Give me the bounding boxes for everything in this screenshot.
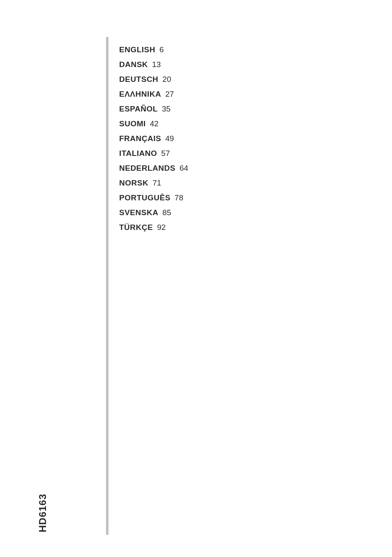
language-name: FRANÇAIS: [119, 134, 161, 143]
page-number: 27: [165, 90, 174, 99]
list-item: SUOMI 42: [119, 119, 188, 128]
page-number: 42: [150, 119, 159, 128]
list-item: FRANÇAIS 49: [119, 134, 188, 143]
language-name: SVENSKA: [119, 208, 158, 217]
page-number: 85: [162, 208, 171, 217]
page-number: 64: [180, 164, 188, 173]
list-item: SVENSKA 85: [119, 208, 188, 217]
page-number: 49: [165, 134, 174, 143]
language-name: NEDERLANDS: [119, 164, 175, 173]
language-list: ENGLISH 6 DANSK 13 DEUTSCH 20 ΕΛΛΗΝΙΚΑ 2…: [119, 45, 188, 238]
list-item: ΕΛΛΗΝΙΚΑ 27: [119, 90, 188, 99]
language-name: SUOMI: [119, 119, 146, 128]
language-name: NORSK: [119, 179, 148, 188]
list-item: NEDERLANDS 64: [119, 164, 188, 173]
language-name: ΕΛΛΗΝΙΚΑ: [119, 90, 161, 99]
vertical-divider: [106, 37, 108, 535]
list-item: ENGLISH 6: [119, 45, 188, 54]
language-name: ENGLISH: [119, 45, 155, 54]
language-name: PORTUGUÊS: [119, 193, 171, 202]
list-item: ESPAÑOL 35: [119, 104, 188, 114]
language-name: TÜRKÇE: [119, 223, 153, 232]
language-name: DANSK: [119, 60, 148, 69]
page-number: 35: [162, 104, 171, 114]
page-number: 92: [157, 223, 166, 232]
page-number: 13: [152, 60, 161, 69]
list-item: DANSK 13: [119, 60, 188, 69]
language-name: DEUTSCH: [119, 75, 158, 84]
list-item: ITALIANO 57: [119, 149, 188, 158]
page-number: 78: [175, 193, 183, 202]
language-name: ITALIANO: [119, 149, 157, 158]
list-item: NORSK 71: [119, 179, 188, 188]
page-number: 71: [152, 179, 161, 188]
list-item: TÜRKÇE 92: [119, 223, 188, 232]
page-number: 57: [161, 149, 170, 158]
language-name: ESPAÑOL: [119, 104, 158, 114]
page-number: 20: [162, 75, 171, 84]
model-number: HD6163: [37, 494, 48, 532]
page-number: 6: [159, 45, 164, 54]
list-item: PORTUGUÊS 78: [119, 193, 188, 202]
list-item: DEUTSCH 20: [119, 75, 188, 84]
